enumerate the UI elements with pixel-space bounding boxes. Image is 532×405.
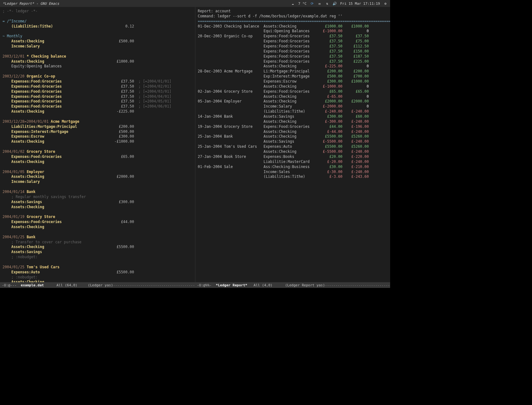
modeline-left: -U:@--- example.dat All (64,0) (Ledger y… xyxy=(0,283,195,287)
report-row[interactable]: 19-Jan-2004 Grocery Store Expens:Food:Gr… xyxy=(198,124,388,129)
source-line[interactable]: Assets:Checking xyxy=(3,205,193,210)
source-line[interactable] xyxy=(3,29,193,34)
report-row[interactable]: 25-Jan-2004 Bank Assets:Checking £5500.0… xyxy=(198,134,388,139)
source-line[interactable]: Expenses:Food:Groceries £37.50 ; [=2004/… xyxy=(3,79,193,84)
source-line[interactable] xyxy=(3,209,193,215)
network-icon[interactable]: ⇅ xyxy=(325,1,329,6)
report-row[interactable]: (Liabilities:Tithe) £-3.60 £-243.60 xyxy=(198,174,388,179)
source-line[interactable]: Assets:Checking -£225.00 xyxy=(3,109,193,114)
source-line[interactable]: ; :nobudget: xyxy=(3,275,193,280)
report-row[interactable]: Expens:Food:Groceries £37.50 £112.50 xyxy=(198,44,388,49)
source-line[interactable]: ~ Monthly xyxy=(3,34,193,39)
source-line[interactable]: Assets:Checking £500.00 xyxy=(3,39,193,44)
refresh-icon[interactable]: ⟳ xyxy=(310,1,314,6)
titlebar: *Ledger Report* - GNU Emacs ☁ 7 °C ⟳ ✉ ⇅… xyxy=(0,0,390,7)
report-row[interactable]: Expens:Food:Groceries £37.50 £187.50 xyxy=(198,54,388,59)
settings-icon[interactable]: ⚙ xyxy=(383,1,388,6)
source-line[interactable]: 2004/01/19 Grocery Store xyxy=(3,215,193,220)
report-row[interactable]: 20-Dec-2003 Organic Co-op Expens:Food:Gr… xyxy=(198,34,388,39)
source-line[interactable]: Expenses:Food:Groceries £44.00 xyxy=(3,220,193,225)
source-line[interactable]: Expenses:Food:Groceries £37.50 ; [=2004/… xyxy=(3,84,193,89)
source-line[interactable]: 2004/01/02 Grocery Store xyxy=(3,149,193,154)
source-line[interactable]: Assets:Checking xyxy=(3,280,193,282)
report-row[interactable]: 28-Dec-2003 Acme Mortgage Li:Mortgage:Pr… xyxy=(198,69,388,74)
source-line[interactable]: Expenses:Food:Groceries £37.50 ; [=2004/… xyxy=(3,94,193,99)
source-line[interactable]: Equity:Opening Balances xyxy=(3,64,193,69)
report-row[interactable]: 05-Jan-2004 Employer Assets:Checking £20… xyxy=(198,99,388,104)
source-line[interactable] xyxy=(3,165,193,170)
source-line[interactable] xyxy=(3,184,193,190)
report-row[interactable]: Assets:Savings £-5500.00 £-240.00 xyxy=(198,139,388,144)
source-line[interactable]: Assets:Checking xyxy=(3,159,193,165)
source-line[interactable] xyxy=(3,14,193,19)
source-line[interactable]: 2003/12/28=2004/01/01 Acme Mortgage xyxy=(3,119,193,124)
report-row[interactable]: Expenses:Escrow £300.00 £1000.00 xyxy=(198,79,388,84)
source-line[interactable]: Expenses:Food:Groceries £37.50 ; [=2004/… xyxy=(3,99,193,104)
source-line[interactable]: ; :nobudget: xyxy=(3,255,193,260)
source-line[interactable]: Assets:Savings £300.00 xyxy=(3,200,193,205)
source-line[interactable]: (Liabilities:Tithe) 0.12 xyxy=(3,24,193,29)
report-row[interactable]: Expens:Food:Groceries £37.50 £75.00 xyxy=(198,39,388,44)
source-line[interactable] xyxy=(3,114,193,119)
report-buffer[interactable]: Report: accountCommand: ledger --sort d … xyxy=(195,7,390,282)
report-row[interactable]: Exp:Interest:Mortgage £500.00 £700.00 xyxy=(198,74,388,79)
source-line[interactable]: Expenses:Interest:Mortgage £500.00 xyxy=(3,129,193,134)
source-buffer[interactable]: ; -*- ledger -*- = /^Income/ (Liabilitie… xyxy=(0,7,195,282)
source-line[interactable]: ; Transfer to cover car purchase xyxy=(3,240,193,245)
modeline-right: -U:@%%- *Ledger Report* All (4,0) (Ledge… xyxy=(195,283,390,287)
source-line[interactable]: 2003/12/20 Organic Co-op xyxy=(3,74,193,79)
window-title: *Ledger Report* - GNU Emacs xyxy=(3,2,59,6)
report-row[interactable]: Expens:Food:Groceries £37.50 £150.00 xyxy=(198,49,388,54)
report-row[interactable]: Expens:Food:Groceries £37.50 £225.00 xyxy=(198,59,388,64)
source-line[interactable]: Assets:Checking £2000.00 xyxy=(3,174,193,179)
report-row[interactable]: Assets:Checking £-65.00 0 xyxy=(198,94,388,99)
source-line[interactable]: Assets:Savings xyxy=(3,250,193,255)
source-line[interactable]: = /^Income/ xyxy=(3,19,193,24)
source-line[interactable]: 2004/01/25 Tom's Used Cars xyxy=(3,265,193,270)
editor-area: ; -*- ledger -*- = /^Income/ (Liabilitie… xyxy=(0,7,390,282)
minibuffer[interactable] xyxy=(0,288,390,304)
source-line[interactable]: Income:Salary xyxy=(3,179,193,184)
source-line[interactable]: 2004/01/05 Employer xyxy=(3,170,193,175)
modeline: -U:@--- example.dat All (64,0) (Ledger y… xyxy=(0,282,390,288)
source-line[interactable] xyxy=(3,144,193,149)
report-row[interactable]: Liabilitie:MasterCard £-20.00 £-240.00 xyxy=(198,159,388,165)
source-line[interactable]: ; Regular monthly savings transfer xyxy=(3,195,193,200)
source-line[interactable]: Expenses:Food:Groceries £37.50 ; [=2004/… xyxy=(3,89,193,94)
report-row[interactable]: Assets:Checking £-44.00 £-240.00 xyxy=(198,129,388,134)
source-line[interactable]: ; -*- ledger -*- xyxy=(3,9,193,14)
source-line[interactable]: 2004/01/14 Bank xyxy=(3,190,193,195)
source-line[interactable]: 2004/01/25 Bank xyxy=(3,235,193,240)
report-row[interactable]: Income:Sales £-30.00 £-240.00 xyxy=(198,170,388,175)
source-line[interactable]: Liabilities:Mortgage:Principal £200.00 xyxy=(3,124,193,129)
report-row[interactable]: 27-Jan-2004 Book Store Expenses:Books £2… xyxy=(198,154,388,159)
report-row[interactable]: 01-Dec-2003 Checking balance Assets:Chec… xyxy=(198,24,388,29)
source-line[interactable] xyxy=(3,230,193,235)
source-line[interactable]: Expenses:Food:Groceries £37.50 ; [=2004/… xyxy=(3,104,193,109)
report-row[interactable]: 01-Feb-2004 Sale Ass:Checking:Business £… xyxy=(198,165,388,170)
source-line[interactable] xyxy=(3,69,193,74)
report-row[interactable]: Equi:Opening Balances £-1000.00 0 xyxy=(198,29,388,34)
source-line[interactable]: Assets:Checking £5500.00 xyxy=(3,245,193,250)
report-row[interactable]: Income:Salary £-2000.00 0 xyxy=(198,104,388,109)
source-line[interactable]: Income:Salary xyxy=(3,44,193,49)
source-line[interactable] xyxy=(3,260,193,265)
report-row[interactable]: 25-Jan-2004 Tom's Used Cars Expenses:Aut… xyxy=(198,144,388,149)
report-row[interactable]: Assets:Checking £-225.00 0 xyxy=(198,64,388,69)
report-row[interactable]: (Liabilities:Tithe) £-240.00 £-240.00 xyxy=(198,109,388,114)
source-line[interactable]: Expenses:Auto £5500.00 xyxy=(3,270,193,275)
source-line[interactable]: 2003/12/01 * Checking balance xyxy=(3,54,193,59)
mail-icon[interactable]: ✉ xyxy=(317,1,322,6)
report-row[interactable]: Assets:Checking £-1000.00 0 xyxy=(198,84,388,89)
source-line[interactable]: Assets:Checking -£1000.00 xyxy=(3,139,193,144)
source-line[interactable]: Assets:Checking xyxy=(3,225,193,230)
report-row[interactable]: Assets:Checking £-5500.00 £-240.00 xyxy=(198,149,388,154)
report-row[interactable]: 02-Jan-2004 Grocery Store Expens:Food:Gr… xyxy=(198,89,388,94)
source-line[interactable] xyxy=(3,49,193,54)
report-row[interactable]: 14-Jan-2004 Bank Assets:Savings £300.00 … xyxy=(198,114,388,119)
report-row[interactable]: Assets:Checking £-300.00 £-240.00 xyxy=(198,119,388,124)
source-line[interactable]: Expenses:Escrow £300.00 xyxy=(3,134,193,139)
source-line[interactable]: Assets:Checking £1000.00 xyxy=(3,59,193,64)
source-line[interactable]: Expenses:Food:Groceries £65.00 xyxy=(3,154,193,159)
volume-icon[interactable]: 🔊 xyxy=(332,1,337,6)
